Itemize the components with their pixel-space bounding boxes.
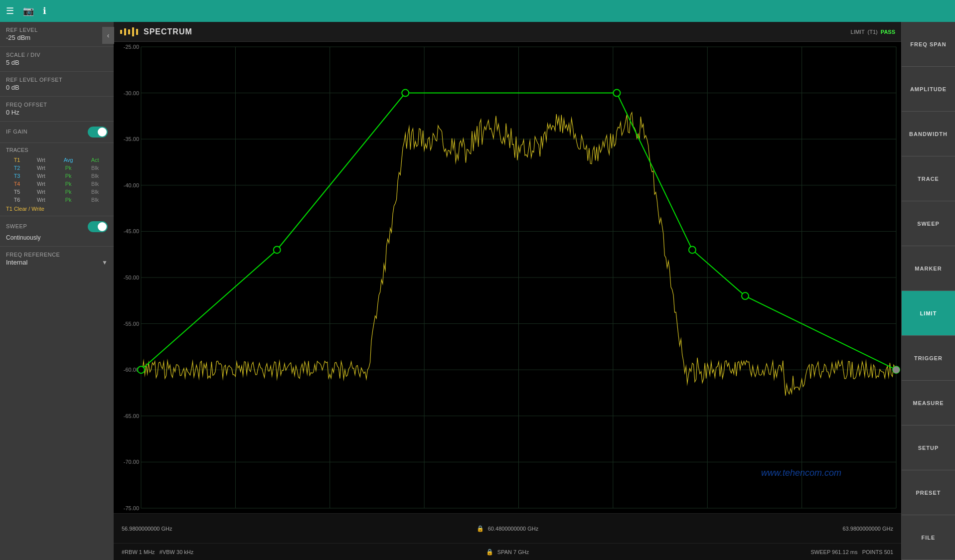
rbw-label: #RBW 1 MHz	[122, 549, 155, 555]
right-btn-sweep[interactable]: SWEEP	[902, 201, 955, 246]
right-btn-file[interactable]: FILE	[902, 515, 955, 560]
sweep-section: SWEEP Continuously	[0, 216, 114, 247]
right-btn-amplitude[interactable]: AMPLITUDE	[902, 67, 955, 112]
traces-label: TRACES	[6, 147, 108, 153]
ref-level-offset-value[interactable]: 0 dB	[6, 84, 108, 91]
right-sidebar: FREQ SPAN AMPLITUDE BANDWIDTH TRACE SWEE…	[901, 22, 955, 560]
trace-row-t1[interactable]: T1 Wrt Avg Act	[6, 156, 108, 164]
right-btn-limit[interactable]: LIMIT	[902, 291, 955, 336]
scale-div-label: SCALE / DIV	[6, 52, 108, 58]
chart-bottom-params: #RBW 1 MHz #VBW 30 kHz 🔒 SPAN 7 GHz SWEE…	[114, 543, 901, 560]
vbw-label: #VBW 30 kHz	[159, 549, 193, 555]
scale-div-section: SCALE / DIV 5 dB	[0, 47, 114, 72]
ref-level-label: REF LEVEL	[6, 27, 108, 33]
span-area: 🔒 SPAN 7 GHz	[231, 549, 784, 556]
ref-level-offset-label: REF LEVEL OFFSET	[6, 77, 108, 83]
if-gain-toggle[interactable]	[88, 127, 108, 138]
trace-row-t3[interactable]: T3 Wrt Pk Blk	[6, 172, 108, 180]
menu-icon[interactable]: ☰	[6, 5, 14, 16]
chart-container: SPECTRUM LIMIT (T1) PASS www.tehencom.co…	[114, 22, 901, 560]
topbar: ☰ 📷 ℹ	[0, 0, 955, 22]
limit-label: LIMIT	[851, 29, 865, 35]
trace-row-t5[interactable]: T5 Wrt Pk Blk	[6, 188, 108, 196]
freq-offset-label: FREQ OFFSET	[6, 102, 108, 108]
left-sidebar: ‹ REF LEVEL -25 dBm SCALE / DIV 5 dB REF…	[0, 22, 114, 560]
main-layout: ‹ REF LEVEL -25 dBm SCALE / DIV 5 dB REF…	[0, 22, 955, 560]
right-btn-setup[interactable]: SETUP	[902, 425, 955, 470]
right-btn-measure[interactable]: MEASURE	[902, 381, 955, 425]
sweep-label: SWEEP	[6, 223, 27, 229]
camera-icon[interactable]: 📷	[23, 5, 34, 16]
rbw-vbw-labels: #RBW 1 MHz #VBW 30 kHz	[122, 549, 231, 555]
info-icon[interactable]: ℹ	[43, 5, 46, 16]
sweep-points-labels: SWEEP 961.12 ms POINTS 501	[784, 549, 893, 555]
chart-titlebar: SPECTRUM LIMIT (T1) PASS	[114, 22, 901, 42]
collapse-button[interactable]: ‹	[102, 27, 114, 44]
freq-reference-dropdown-icon[interactable]: ▼	[102, 259, 108, 266]
limit-badge: LIMIT (T1) PASS	[851, 29, 895, 35]
freq-reference-label: FREQ REFERENCE	[6, 252, 108, 258]
if-gain-section: IF GAIN	[0, 122, 114, 143]
limit-trace: (T1)	[868, 29, 878, 35]
trace-row-t4[interactable]: T4 Wrt Pk Blk	[6, 180, 108, 188]
ref-level-offset-section: REF LEVEL OFFSET 0 dB	[0, 72, 114, 97]
freq-reference-value[interactable]: Internal	[6, 259, 27, 266]
sweep-value: Continuously	[6, 234, 108, 241]
traces-section: TRACES T1 Wrt Avg Act T2 Wrt Pk Blk	[0, 143, 114, 216]
right-btn-trace[interactable]: TRACE	[902, 156, 955, 201]
if-gain-label: IF GAIN	[6, 129, 27, 135]
trace-row-t6[interactable]: T6 Wrt Pk Blk	[6, 196, 108, 204]
chart-title: SPECTRUM	[144, 27, 192, 36]
freq-reference-section: FREQ REFERENCE Internal ▼	[0, 247, 114, 271]
freq-offset-value[interactable]: 0 Hz	[6, 109, 108, 116]
freq-offset-section: FREQ OFFSET 0 Hz	[0, 97, 114, 122]
freq-end-label: 63.9800000000 GHz	[803, 526, 893, 532]
scale-div-value[interactable]: 5 dB	[6, 59, 108, 66]
right-btn-preset[interactable]: PRESET	[902, 470, 955, 515]
traces-table: T1 Wrt Avg Act T2 Wrt Pk Blk T3 Wrt	[6, 156, 108, 204]
chart-bottom-freqs: 56.9800000000 GHz 🔒 60.4800000000 GHz 63…	[114, 513, 901, 543]
right-btn-bandwidth[interactable]: BANDWIDTH	[902, 112, 955, 156]
freq-center-label: 60.4800000000 GHz	[488, 526, 539, 532]
right-btn-trigger[interactable]: TRIGGER	[902, 336, 955, 381]
lock-icon-center: 🔒	[477, 525, 484, 532]
spectrum-icon	[120, 27, 139, 36]
trace-note: T1 Clear / Write	[6, 206, 108, 212]
points-label: POINTS 501	[862, 549, 893, 555]
right-btn-marker[interactable]: MARKER	[902, 246, 955, 291]
ref-level-value[interactable]: -25 dBm	[6, 34, 108, 41]
spectrum-canvas	[114, 42, 901, 513]
lock-icon-span: 🔒	[486, 549, 493, 556]
freq-start-label: 56.9800000000 GHz	[122, 526, 211, 532]
limit-status: PASS	[881, 29, 895, 35]
sweep-toggle[interactable]	[88, 221, 108, 232]
spectrum-chart[interactable]: www.tehencom.com	[114, 42, 901, 513]
freq-center-area: 🔒 60.4800000000 GHz	[211, 525, 803, 532]
sweep-time-label: SWEEP 961.12 ms	[811, 549, 858, 555]
ref-level-section: REF LEVEL -25 dBm	[0, 22, 114, 47]
trace-row-t2[interactable]: T2 Wrt Pk Blk	[6, 164, 108, 172]
right-btn-freq-span[interactable]: FREQ SPAN	[902, 22, 955, 67]
span-label: SPAN 7 GHz	[497, 549, 529, 555]
